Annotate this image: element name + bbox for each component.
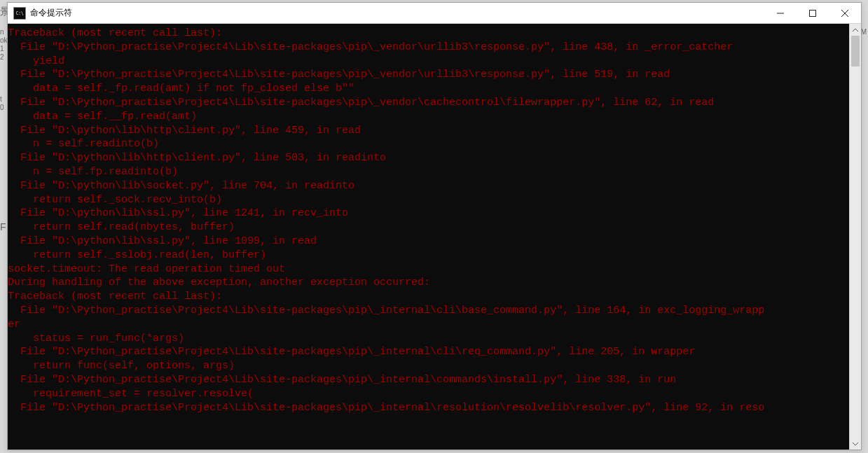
terminal-line: File "D:\python\lib\socket.py", line 704…: [8, 179, 849, 193]
terminal-line: er: [8, 318, 849, 332]
close-button[interactable]: [829, 3, 861, 24]
terminal-line: File "D:\Python_practise\Project4\Lib\si…: [8, 345, 849, 359]
terminal-line: status = run_func(*args): [8, 332, 849, 346]
terminal-line: requirement_set = resolver.resolve(: [8, 387, 849, 401]
terminal-line: data = self.__fp.read(amt): [8, 110, 849, 124]
client-area: Traceback (most recent call last): File …: [8, 24, 861, 449]
terminal-line: n = self.readinto(b): [8, 137, 849, 151]
close-icon: [841, 10, 848, 17]
cmd-icon: C:\: [13, 7, 26, 20]
terminal-line: During handling of the above exception, …: [8, 276, 849, 290]
vertical-scrollbar[interactable]: [849, 24, 861, 449]
scroll-up-button[interactable]: [850, 24, 861, 36]
terminal-line: return self._sock.recv_into(b): [8, 193, 849, 207]
terminal-line: Traceback (most recent call last):: [8, 27, 849, 41]
terminal-line: n = self.fp.readinto(b): [8, 165, 849, 179]
terminal-line: File "D:\python\lib\http\client.py", lin…: [8, 151, 849, 165]
terminal-line: return func(self, options, args): [8, 359, 849, 373]
scroll-thumb[interactable]: [851, 36, 860, 67]
terminal-line: return self._sslobj.read(len, buffer): [8, 249, 849, 263]
titlebar[interactable]: C:\ 命令提示符: [8, 3, 861, 24]
chevron-up-icon: [853, 27, 858, 33]
terminal-line: File "D:\Python_practise\Project4\Lib\si…: [8, 373, 849, 387]
scroll-down-button[interactable]: [850, 438, 861, 449]
terminal-line: File "D:\Python_practise\Project4\Lib\si…: [8, 96, 849, 110]
terminal-line: File "D:\python\lib\ssl.py", line 1241, …: [8, 207, 849, 221]
maximize-icon: [809, 10, 816, 17]
terminal-line: File "D:\Python_practise\Project4\Lib\si…: [8, 304, 849, 318]
terminal-line: data = self._fp.read(amt) if not fp_clos…: [8, 82, 849, 96]
terminal-line: Traceback (most recent call last):: [8, 290, 849, 304]
terminal-output[interactable]: Traceback (most recent call last): File …: [8, 24, 849, 449]
minimize-icon: [777, 10, 784, 17]
window-title: 命令提示符: [30, 7, 72, 19]
maximize-button[interactable]: [797, 3, 829, 24]
terminal-line: File "D:\Python_practise\Project4\Lib\si…: [8, 41, 849, 55]
chevron-down-icon: [853, 441, 858, 447]
terminal-line: File "D:\Python_practise\Project4\Lib\si…: [8, 401, 849, 415]
svg-rect-1: [810, 10, 816, 16]
terminal-line: File "D:\Python_practise\Project4\Lib\si…: [8, 68, 849, 82]
command-prompt-window: C:\ 命令提示符 Traceback (most recent call la…: [7, 2, 862, 450]
terminal-line: return self.read(nbytes, buffer): [8, 221, 849, 235]
terminal-line: File "D:\python\lib\ssl.py", line 1099, …: [8, 235, 849, 249]
terminal-line: socket.timeout: The read operation timed…: [8, 263, 849, 277]
terminal-line: yield: [8, 55, 849, 69]
minimize-button[interactable]: [764, 3, 797, 24]
terminal-line: File "D:\python\lib\http\client.py", lin…: [8, 124, 849, 138]
